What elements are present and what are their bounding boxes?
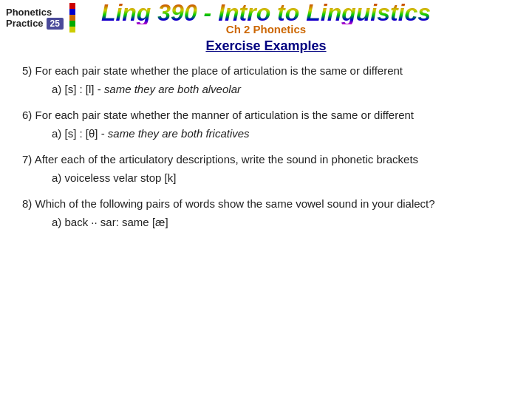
- answer-text-8: a) back ·· sar: same [æ]: [52, 214, 510, 230]
- header: Phonetics Practice 25 Ling 390 - Intro t…: [0, 0, 532, 35]
- question-text-8: 8) Which of the following pairs of words…: [22, 196, 510, 211]
- color-bar-yellow: [69, 27, 75, 33]
- subtitle: Ch 2 Phonetics: [226, 23, 306, 35]
- practice-label: Practice: [6, 18, 44, 29]
- main-content: Exercise Examples 5) For each pair state…: [0, 35, 532, 248]
- question-block-5: 5) For each pair state whether the place…: [22, 63, 510, 97]
- title-area: Ling 390 - Intro to Linguistics Ch 2 Pho…: [101, 0, 431, 35]
- answer-text-6: a) [s] : [θ] - same they are both fricat…: [52, 126, 510, 141]
- color-bar-orange: [69, 15, 75, 21]
- question-text-5: 5) For each pair state whether the place…: [22, 63, 510, 78]
- phonetics-label: Phonetics: [6, 7, 64, 18]
- answer-italic-5: same they are both alveolar: [104, 83, 241, 95]
- question-block-8: 8) Which of the following pairs of words…: [22, 196, 510, 230]
- answer-text-7: a) voiceless velar stop [k]: [52, 170, 510, 185]
- question-block-6: 6) For each pair state whether the manne…: [22, 107, 510, 141]
- answer-italic-6: same they are both fricatives: [108, 127, 250, 140]
- exercise-title: Exercise Examples: [22, 38, 510, 54]
- color-bar-blue: [69, 9, 75, 15]
- answer-normal-8: a) back ·· sar: same [æ]: [52, 216, 168, 228]
- answer-text-5: a) [s] : [l] - same they are both alveol…: [52, 81, 510, 97]
- question-text-7: 7) After each of the articulatory descri…: [22, 151, 510, 167]
- answer-normal-6: a) [s] : [θ] -: [52, 127, 108, 140]
- question-block-7: 7) After each of the articulatory descri…: [22, 151, 510, 185]
- color-bar-green: [69, 21, 75, 27]
- color-bars: [69, 3, 75, 33]
- slide-number-badge: 25: [47, 18, 64, 30]
- left-labels: Phonetics Practice 25: [6, 7, 64, 30]
- main-title: Ling 390 - Intro to Linguistics: [101, 1, 431, 24]
- practice-row: Practice 25: [6, 18, 64, 30]
- question-text-6: 6) For each pair state whether the manne…: [22, 107, 510, 123]
- answer-normal-5: a) [s] : [l] -: [52, 83, 101, 95]
- color-bar-red: [69, 3, 75, 9]
